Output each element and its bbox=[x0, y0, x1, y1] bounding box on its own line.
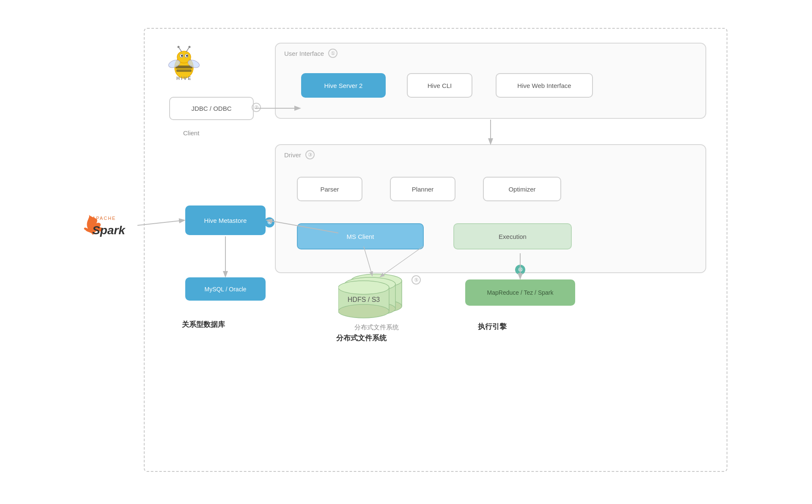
mysql-oracle-box: MySQL / Oracle bbox=[185, 277, 266, 301]
optimizer-btn: Optimizer bbox=[483, 177, 561, 201]
svg-point-8 bbox=[181, 55, 183, 57]
mapreduce-box: MapReduce / Tez / Spark bbox=[465, 279, 575, 306]
svg-point-15 bbox=[189, 46, 191, 48]
execution-btn: Execution bbox=[453, 223, 572, 249]
svg-text:HIVE: HIVE bbox=[176, 76, 192, 81]
hive-server2-btn: Hive Server 2 bbox=[301, 73, 386, 98]
svg-rect-3 bbox=[176, 66, 192, 68]
jdbc-odbc-box: JDBC / ODBC bbox=[169, 97, 254, 120]
hive-metastore-box: Hive Metastore bbox=[185, 205, 266, 235]
svg-point-9 bbox=[186, 55, 188, 57]
distributed-fs-label: 分布式文件系统 bbox=[336, 333, 387, 343]
ui-box-label: User Interface ① bbox=[284, 49, 337, 58]
spark-logo: APACHE Spark bbox=[76, 214, 144, 239]
svg-point-24 bbox=[338, 281, 389, 294]
planner-btn: Planner bbox=[390, 177, 455, 201]
diagram-container: APACHE Spark bbox=[68, 19, 744, 485]
ms-client-btn: MS Client bbox=[297, 223, 424, 249]
parser-btn: Parser bbox=[297, 177, 362, 201]
hdfs-group: HDFS / S3 ⑤ 分布式文件系统 bbox=[338, 273, 414, 331]
badge-4: ④ bbox=[264, 217, 274, 227]
ui-box: User Interface ① Hive Server 2 Hive CLI … bbox=[275, 43, 706, 119]
client-label: Client bbox=[183, 129, 199, 137]
relational-db-label: 关系型数据库 bbox=[182, 320, 225, 329]
hdfs-cylinders: HDFS / S3 bbox=[338, 273, 414, 320]
badge-6: ⑥ bbox=[515, 265, 525, 275]
driver-box-label: Driver ③ bbox=[284, 150, 315, 159]
badge-2: ② bbox=[252, 103, 261, 112]
svg-text:Spark: Spark bbox=[92, 224, 126, 237]
svg-text:HDFS / S3: HDFS / S3 bbox=[348, 296, 380, 303]
execution-engine-label: 执行引擎 bbox=[478, 322, 507, 331]
hive-cli-btn: Hive CLI bbox=[407, 73, 472, 98]
hive-web-btn: Hive Web Interface bbox=[496, 73, 593, 98]
svg-point-25 bbox=[338, 304, 389, 318]
driver-box: Driver ③ Parser Planner Optimizer MS Cli… bbox=[275, 144, 706, 273]
badge-5: ⑤ bbox=[411, 275, 421, 285]
hdfs-sublabel: 分布式文件系统 bbox=[338, 323, 414, 331]
hive-logo: HIVE bbox=[165, 43, 203, 81]
svg-rect-4 bbox=[176, 69, 192, 72]
svg-point-13 bbox=[178, 46, 180, 48]
